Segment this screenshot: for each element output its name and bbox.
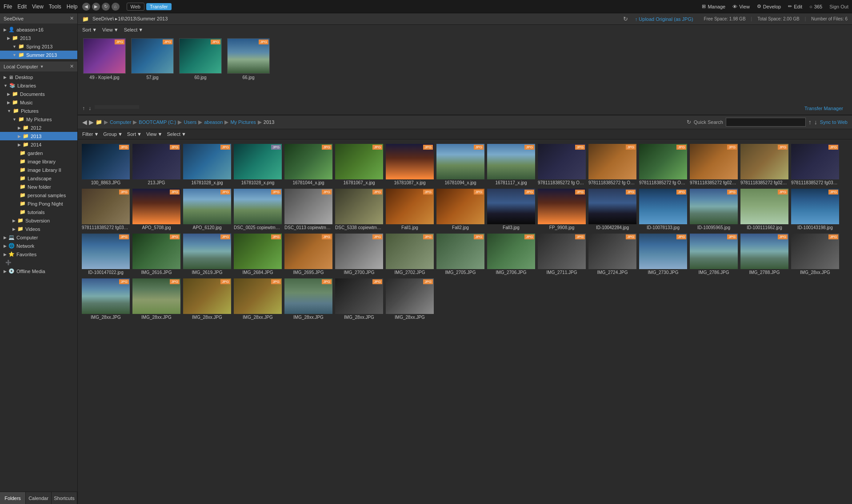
tree-item-tutorials[interactable]: 📁 tutorials: [0, 208, 77, 216]
grid-item-51[interactable]: JPGIMG_28xx.JPG: [385, 278, 434, 321]
grid-item-48[interactable]: JPGIMG_28xx.JPG: [233, 278, 282, 321]
seedrive-sort-button[interactable]: Sort ▼: [82, 27, 97, 32]
grid-item-36[interactable]: JPGIMG_2702.JPG: [385, 233, 434, 276]
grid-item-5[interactable]: JPG16781067_x.jpg: [335, 143, 384, 186]
web-tab[interactable]: Web: [127, 3, 144, 11]
tree-item-personal-samples[interactable]: 📁 personal samples: [0, 191, 77, 199]
grid-item-13[interactable]: JPG9781118385272 fg0207.jpg: [740, 143, 789, 186]
grid-item-20[interactable]: JPGDSC_5338 copiewtmk.jpg: [335, 188, 384, 231]
tree-item-videos[interactable]: ▶ 📁 Videos: [0, 225, 77, 233]
tree-item-music[interactable]: ▶ 📁 Music: [0, 98, 77, 107]
transfer-down-icon[interactable]: ↓: [88, 105, 91, 111]
sort-button[interactable]: Sort ▼: [127, 131, 142, 137]
grid-item-26[interactable]: JPGID-10078133.jpg: [639, 188, 688, 231]
grid-item-1[interactable]: JPG213.JPG: [132, 143, 181, 186]
refresh-icon[interactable]: ↻: [623, 16, 628, 22]
folders-tab[interactable]: Folders: [0, 492, 26, 504]
grid-item-3[interactable]: JPG16781028_x.png: [233, 143, 282, 186]
grid-item-4[interactable]: JPG16781044_x.jpg: [284, 143, 333, 186]
grid-item-37[interactable]: JPGIMG_2705.JPG: [436, 233, 485, 276]
grid-item-44[interactable]: JPGIMG_28xx.JPG: [791, 233, 840, 276]
tree-item-network[interactable]: ▶ 🌐 Network: [0, 242, 77, 250]
grid-item-24[interactable]: JPGFP_9908.jpg: [537, 188, 586, 231]
thumb-item-0[interactable]: JPG 49 - Kopie4.jpg: [82, 38, 127, 99]
breadcrumb-item-bootcamp[interactable]: BOOTCAMP (C:): [139, 119, 176, 125]
nav-forward-button[interactable]: ▶: [92, 3, 100, 11]
grid-item-18[interactable]: JPGDSC_0025 copiewtmk.jpg: [233, 188, 282, 231]
seedrive-close-button[interactable]: ✕: [70, 16, 74, 21]
nav-back-button[interactable]: ◀: [82, 3, 90, 11]
nav-refresh-button[interactable]: ↻: [102, 3, 110, 11]
tree-item-2014[interactable]: ▶ 📁 2014: [0, 140, 77, 149]
nav-prev-icon[interactable]: ◀: [82, 119, 87, 126]
grid-item-30[interactable]: JPGID-100147022.jpg: [81, 233, 130, 276]
breadcrumb-item-users[interactable]: Users: [184, 119, 196, 125]
grid-item-17[interactable]: JPGAPO_6120.jpg: [183, 188, 232, 231]
menu-file[interactable]: File: [4, 4, 12, 10]
tree-item-ping-pong[interactable]: 📁 Ping Pong Night: [0, 199, 77, 208]
grid-item-9[interactable]: JPG9781118385272 fg Online 0...: [537, 143, 586, 186]
grid-item-42[interactable]: JPGIMG_2786.JPG: [689, 233, 738, 276]
tree-item-my-pictures[interactable]: ▼ 📁 My Pictures: [0, 115, 77, 123]
grid-item-21[interactable]: JPGFall1.jpg: [385, 188, 434, 231]
grid-item-33[interactable]: JPGIMG_2684.JPG: [233, 233, 282, 276]
sync-to-web-link[interactable]: Sync to Web: [820, 119, 848, 125]
grid-item-34[interactable]: JPGIMG_2695.JPG: [284, 233, 333, 276]
grid-item-8[interactable]: JPG16781117_x.jpg: [487, 143, 536, 186]
tree-item-garden[interactable]: 📁 garden: [0, 149, 77, 157]
grid-item-41[interactable]: JPGIMG_2730.JPG: [639, 233, 688, 276]
grid-item-40[interactable]: JPGIMG_2724.JPG: [588, 233, 637, 276]
tree-item-subversion[interactable]: ▶ 📁 Subversion: [0, 216, 77, 225]
menu-tools[interactable]: Tools: [49, 4, 61, 10]
sign-out-link[interactable]: Sign Out: [829, 4, 848, 9]
edit-button[interactable]: ✏ Edit: [788, 4, 802, 9]
thumb-item-2[interactable]: JPG 60.jpg: [178, 38, 223, 99]
shortcuts-tab[interactable]: Shortcuts: [52, 492, 77, 504]
transfer-manager-link[interactable]: Transfer Manager: [800, 104, 848, 113]
transfer-tab[interactable]: Transfer: [146, 3, 172, 10]
nav-next-icon[interactable]: ▶: [89, 119, 94, 126]
tree-item-documents[interactable]: ▶ 📁 Documents: [0, 90, 77, 98]
grid-item-23[interactable]: JPGFall3.jpg: [487, 188, 536, 231]
tree-item-image-library[interactable]: 📁 image library: [0, 157, 77, 166]
tree-item-computer[interactable]: ▶ 💻 Computer: [0, 233, 77, 242]
breadcrumb-item-abeason[interactable]: abeason: [204, 119, 223, 125]
grid-item-29[interactable]: JPGID-100143198.jpg: [791, 188, 840, 231]
grid-item-45[interactable]: JPGIMG_28xx.JPG: [81, 278, 130, 321]
grid-item-11[interactable]: JPG9781118385272 fg Online 1...: [639, 143, 688, 186]
365-button[interactable]: ○ 365: [809, 4, 822, 9]
grid-item-25[interactable]: JPGID-10042284.jpg: [588, 188, 637, 231]
upload-button[interactable]: ↑ Upload Original (as JPG): [635, 16, 693, 22]
grid-item-6[interactable]: JPG16781087_x.jpg: [385, 143, 434, 186]
view-button-local[interactable]: View ▼: [146, 131, 163, 137]
tree-item-pictures[interactable]: ▼ 📁 Pictures: [0, 107, 77, 115]
grid-item-15[interactable]: JPG9781118385272 fg0312.jpg: [81, 188, 130, 231]
grid-item-47[interactable]: JPGIMG_28xx.JPG: [183, 278, 232, 321]
thumb-item-1[interactable]: JPG 57.jpg: [130, 38, 175, 99]
grid-item-35[interactable]: JPGIMG_2700.JPG: [335, 233, 384, 276]
grid-item-46[interactable]: JPGIMG_28xx.JPG: [132, 278, 181, 321]
transfer-up-icon[interactable]: ↑: [82, 105, 85, 111]
thumb-item-3[interactable]: JPG 66.jpg: [226, 38, 271, 99]
grid-item-22[interactable]: JPGFall2.jpg: [436, 188, 485, 231]
local-panel-close-button[interactable]: ✕: [70, 63, 74, 69]
grid-item-32[interactable]: JPGIMG_2619.JPG: [183, 233, 232, 276]
tree-item-new[interactable]: ➕: [0, 258, 77, 267]
sync-refresh-icon[interactable]: ↻: [687, 119, 691, 125]
view-button[interactable]: 👁 View: [732, 4, 750, 9]
grid-item-19[interactable]: JPGDSC_0113 copiewtmk.jpg: [284, 188, 333, 231]
develop-button[interactable]: ⚙ Develop: [757, 4, 781, 9]
tree-item-libraries[interactable]: ▼ 📚 Libraries: [0, 81, 77, 90]
menu-help[interactable]: Help: [67, 4, 78, 10]
seedrive-tree-item-2013[interactable]: ▶ 📁 2013: [0, 34, 77, 42]
grid-item-28[interactable]: JPGID-100111662.jpg: [740, 188, 789, 231]
grid-item-49[interactable]: JPGIMG_28xx.JPG: [284, 278, 333, 321]
sync-up-icon[interactable]: ↑: [808, 119, 812, 126]
grid-item-27[interactable]: JPGID-10095965.jpg: [689, 188, 738, 231]
tree-item-2012[interactable]: ▶ 📁 2012: [0, 123, 77, 132]
tree-item-image-library2[interactable]: 📁 image Library II: [0, 166, 77, 174]
filter-button[interactable]: Filter ▼: [82, 131, 99, 137]
menu-edit[interactable]: Edit: [17, 4, 27, 10]
grid-item-31[interactable]: JPGIMG_2616.JPG: [132, 233, 181, 276]
breadcrumb-item-my-pictures[interactable]: My Pictures: [230, 119, 256, 125]
